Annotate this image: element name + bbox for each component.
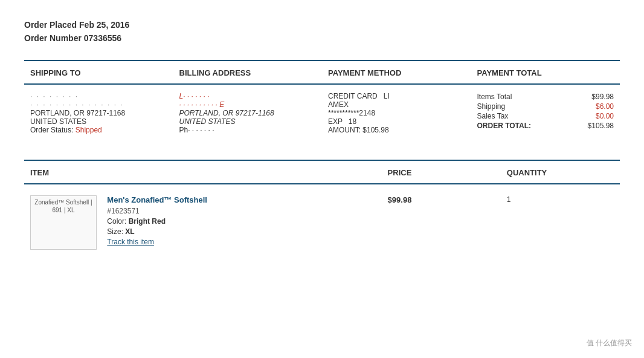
quantity-cell: 1 [501, 184, 620, 261]
items-section: ITEM PRICE QUANTITY Zonafied™ Softshell … [24, 160, 620, 261]
shipping-status-value: Shipped [76, 126, 102, 134]
billing-phone-value: · · · · · · [192, 126, 214, 134]
shipping-name: · · · · · · · · [30, 92, 167, 100]
item-size: Size: XL [107, 227, 207, 236]
billing-header: BILLING ADDRESS [173, 61, 323, 84]
payment-total-grid: Items Total $99.98 Shipping $6.00 Sales … [477, 92, 614, 131]
item-sku: #1623571 [107, 207, 207, 215]
order-total-value: $105.98 [559, 121, 614, 131]
items-table: ITEM PRICE QUANTITY Zonafied™ Softshell … [24, 160, 620, 261]
item-image: Zonafied™ Softshell | 691 | XL [30, 195, 97, 250]
shipping-header: SHIPPING TO [24, 61, 173, 84]
payment-header: PAYMENT METHOD [322, 61, 471, 84]
billing-country: UNITED STATES [179, 117, 317, 126]
items-total-row: Items Total $99.98 [477, 92, 614, 102]
payment-cell: CREDIT CARD LI AMEX ***********2148 EXP … [322, 84, 471, 142]
order-total-label: ORDER TOTAL: [477, 121, 559, 131]
payment-brand: AMEX [328, 100, 465, 109]
payment-exp-value: 18 [349, 117, 356, 126]
item-quantity: 1 [507, 195, 511, 204]
tax-total-label: Sales Tax [477, 111, 559, 121]
info-table: SHIPPING TO BILLING ADDRESS PAYMENT METH… [24, 61, 620, 142]
payment-method-label: CREDIT CARD [328, 92, 378, 100]
shipping-total-label: Shipping [477, 102, 559, 111]
billing-name: L· · · · · · · [179, 92, 317, 100]
price-cell: $99.98 [382, 184, 501, 261]
shipping-status: Order Status: Shipped [30, 126, 167, 134]
shipping-cell: · · · · · · · · · · · · · · · · · · · · … [24, 84, 173, 142]
item-header: ITEM [24, 160, 382, 184]
total-header: PAYMENT TOTAL [471, 61, 620, 84]
billing-cell: L· · · · · · · · · · · · · · · · · E POR… [173, 84, 323, 142]
items-total-value: $99.98 [559, 92, 614, 102]
order-number: Order Number 07336556 [24, 31, 620, 45]
order-placed: Order Placed Feb 25, 2016 [24, 18, 620, 31]
billing-address1: · · · · · · · · · · E [179, 100, 317, 109]
payment-method-suffix: LI [384, 92, 390, 100]
item-color: Color: Bright Red [107, 217, 207, 226]
billing-phone: Ph· · · · · · · [179, 126, 317, 134]
price-header: PRICE [382, 160, 501, 184]
order-header: Order Placed Feb 25, 2016 Order Number 0… [24, 18, 620, 45]
billing-phone-label: Ph· [179, 126, 190, 134]
order-total-row: ORDER TOTAL: $105.98 [477, 121, 614, 131]
item-details: Men's Zonafied™ Softshell #1623571 Color… [107, 195, 207, 246]
payment-card-number: ***********2148 [328, 109, 465, 117]
items-total-label: Items Total [477, 92, 559, 102]
shipping-total-row: Shipping $6.00 [477, 102, 614, 111]
shipping-address1: · · · · · · · · · · · · · · · [30, 100, 167, 109]
item-name: Men's Zonafied™ Softshell [107, 195, 207, 204]
table-row: Zonafied™ Softshell | 691 | XL Men's Zon… [24, 184, 620, 261]
quantity-header: QUANTITY [501, 160, 620, 184]
shipping-country: UNITED STATES [30, 117, 167, 126]
shipping-total-value: $6.00 [559, 102, 614, 111]
payment-amount-value: $105.98 [362, 126, 388, 134]
track-item-link[interactable]: Track this item [107, 238, 207, 246]
payment-amount: AMOUNT: $105.98 [328, 126, 465, 134]
payment-expiry: EXP 18 [328, 117, 465, 126]
shipping-status-label: Order Status: [30, 126, 73, 134]
payment-amount-label: AMOUNT: [328, 126, 361, 134]
item-cell: Zonafied™ Softshell | 691 | XL Men's Zon… [24, 184, 382, 261]
billing-address2: PORTLAND, OR 97217-1168 [179, 109, 317, 117]
payment-total-cell: Items Total $99.98 Shipping $6.00 Sales … [471, 84, 620, 142]
payment-exp-label: EXP [328, 117, 343, 126]
tax-total-value: $0.00 [559, 111, 614, 121]
item-price: $99.98 [388, 195, 412, 204]
payment-method: CREDIT CARD LI [328, 92, 465, 100]
tax-total-row: Sales Tax $0.00 [477, 111, 614, 121]
shipping-address2: PORTLAND, OR 97217-1168 [30, 109, 167, 117]
